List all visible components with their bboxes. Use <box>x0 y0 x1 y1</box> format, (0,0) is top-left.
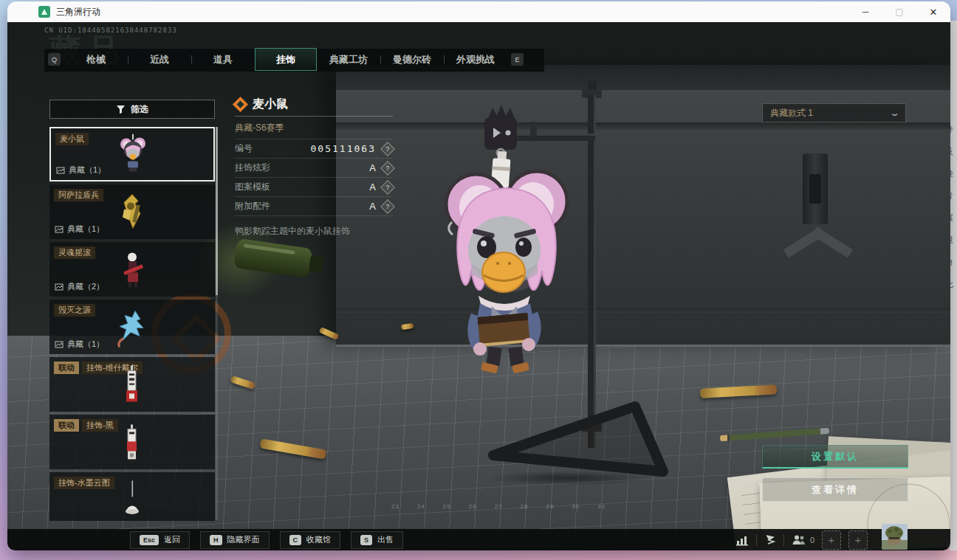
charm-thumbnail <box>110 479 154 521</box>
ruler-number: 23 <box>391 503 399 510</box>
player-avatar[interactable] <box>882 524 908 550</box>
hotkey-label: 隐藏界面 <box>227 534 260 545</box>
ruler-number: 30 <box>572 503 580 510</box>
bottom-bar: Esc 返回 H 隐藏界面 C 收藏馆 S 出售 <box>7 529 950 550</box>
hotkey-返回[interactable]: Esc 返回 <box>130 531 190 549</box>
help-icon[interactable]: ? <box>380 142 395 156</box>
charm-list: 麦小鼠 典藏（1） 阿萨拉盾兵 典藏（1） 灵魂摇滚 典藏（2） 毁灭之源 典藏… <box>49 127 215 521</box>
detail-row-value: A <box>369 162 376 173</box>
ruler-number: 31 <box>597 503 606 510</box>
tab-枪械[interactable]: 枪械 <box>64 48 128 71</box>
rarity-diamond-icon <box>233 97 248 112</box>
ruler-number: 29 <box>546 503 554 510</box>
close-button[interactable]: ✕ <box>916 1 950 22</box>
hotkey-出售[interactable]: S 出售 <box>351 531 403 549</box>
minimize-button[interactable]: ─ <box>848 1 882 22</box>
tab-外观挑战[interactable]: 外观挑战 <box>444 48 507 71</box>
charm-card-name: 毁灭之源 <box>54 304 95 317</box>
maximize-button[interactable]: ▢ <box>882 1 916 22</box>
chevron-down-icon: ⌄ <box>889 108 900 118</box>
filter-icon <box>116 105 126 114</box>
uid-text: CN UID:184405821638448782833 <box>44 27 177 34</box>
collection-frame-icon <box>55 283 64 291</box>
ruler-number: 24 <box>417 503 425 510</box>
charm-card-毁灭之源[interactable]: 毁灭之源 典藏（1） <box>49 300 215 354</box>
help-icon[interactable]: ? <box>380 161 395 176</box>
hotkey-label: 出售 <box>377 534 394 545</box>
filter-button[interactable]: 筛选 <box>49 100 215 119</box>
charm-card-name: 挂饰-水墨云图 <box>54 477 114 489</box>
help-icon[interactable]: ? <box>380 180 395 195</box>
charm-card-灵魂摇滚[interactable]: 灵魂摇滚 典藏（2） <box>49 242 215 297</box>
charm-card-阿萨拉盾兵[interactable]: 阿萨拉盾兵 典藏（1） <box>49 184 215 239</box>
charm-card-name: 麦小鼠 <box>55 133 89 145</box>
collab-badge: 联动 <box>54 419 79 432</box>
charm-card-麦小鼠[interactable]: 麦小鼠 典藏（1） <box>49 127 215 182</box>
charm-3d-render[interactable] <box>414 77 694 491</box>
detail-row: 附加配件 A ? <box>235 197 393 216</box>
ruler-number: 27 <box>495 503 503 510</box>
hotkey-隐藏界面[interactable]: H 隐藏界面 <box>200 531 270 549</box>
tab-prev-key[interactable]: Q <box>48 53 61 66</box>
detail-row-label: 挂饰炫彩 <box>235 162 270 174</box>
app-window: 三角洲行动 ─ ▢ ✕ <box>7 1 950 550</box>
charm-card-挂饰-维什戴尔[interactable]: 联动 挂饰-维什戴尔 <box>49 357 215 412</box>
key-badge: H <box>210 535 222 545</box>
collection-count: 典藏（1） <box>67 339 104 350</box>
key-badge: C <box>289 535 302 545</box>
tab-曼德尔砖[interactable]: 曼德尔砖 <box>380 48 444 71</box>
detail-row-label: 附加配件 <box>235 200 270 212</box>
style-dropdown[interactable]: 典藏款式 1 ⌄ <box>762 103 906 122</box>
key-badge: S <box>360 535 372 545</box>
collection-count: 典藏（1） <box>69 165 106 176</box>
collection-frame-icon <box>55 225 64 234</box>
charm-card-name: 灵魂摇滚 <box>54 246 95 259</box>
hotkey-label: 收藏馆 <box>306 534 331 545</box>
collection-count: 典藏（1） <box>67 224 104 235</box>
detail-row-value: A <box>369 182 376 193</box>
stats-chart-icon[interactable] <box>735 534 749 546</box>
charm-thumbnail <box>110 191 154 235</box>
window-titlebar: 三角洲行动 ─ ▢ ✕ <box>7 1 950 22</box>
charm-card-挂饰-黑[interactable]: 联动 挂饰-黑 <box>49 415 215 469</box>
tab-典藏工坊[interactable]: 典藏工坊 <box>317 48 380 71</box>
case-latch <box>803 153 828 224</box>
tab-next-key[interactable]: E <box>511 53 524 66</box>
people-icon <box>792 534 806 545</box>
window-title: 三角洲行动 <box>56 6 100 18</box>
squad-indicator[interactable]: 0 <box>792 534 814 545</box>
charm-thumbnail <box>110 421 154 466</box>
tab-近战[interactable]: 近战 <box>128 48 191 71</box>
view-details-button[interactable]: 查看详情 <box>762 477 908 502</box>
list-scrollbar[interactable] <box>216 127 218 520</box>
game-viewport[interactable]: 232425262728293031 <box>7 22 950 550</box>
squad-slot-add[interactable]: + <box>848 530 868 550</box>
tab-挂饰[interactable]: 挂饰 <box>255 48 317 71</box>
detail-row-label: 编号 <box>235 142 253 155</box>
squad-count: 0 <box>810 536 814 545</box>
hotkey-收藏馆[interactable]: C 收藏馆 <box>280 531 341 549</box>
collection-frame-icon <box>56 166 65 175</box>
charm-thumbnail <box>110 364 154 408</box>
detail-row-label: 图案模板 <box>235 181 270 193</box>
detail-panel: 麦小鼠 典藏-S6赛季 编号 005111063 ? 挂饰炫彩 A ? 图案模板… <box>235 93 393 238</box>
season-label: 典藏-S6赛季 <box>235 117 393 139</box>
hotkey-label: 返回 <box>164 534 180 545</box>
app-logo-icon <box>38 6 50 18</box>
squad-slot-add[interactable]: + <box>822 530 841 550</box>
detail-row-value: 005111063 <box>311 143 376 154</box>
set-default-button[interactable]: 设置默认 <box>762 445 908 469</box>
screen: 件及挂青展退自比 三角洲行动 ─ ▢ ✕ <box>0 0 957 560</box>
collection-count: 典藏（2） <box>67 281 104 292</box>
collection-frame-icon <box>55 340 64 349</box>
charm-card-挂饰-水墨云图[interactable]: 挂饰-水墨云图 <box>49 472 215 521</box>
detail-row: 图案模板 A ? <box>235 178 393 197</box>
charm-thumbnail <box>110 134 154 178</box>
style-dropdown-value: 典藏款式 1 <box>770 107 813 120</box>
help-icon[interactable]: ? <box>380 199 395 214</box>
detail-row-value: A <box>369 201 376 212</box>
tab-道具[interactable]: 道具 <box>191 48 255 71</box>
flag-icon[interactable] <box>764 534 776 546</box>
case-chevron-mark <box>783 218 854 263</box>
detail-row: 挂饰炫彩 A ? <box>235 159 393 178</box>
